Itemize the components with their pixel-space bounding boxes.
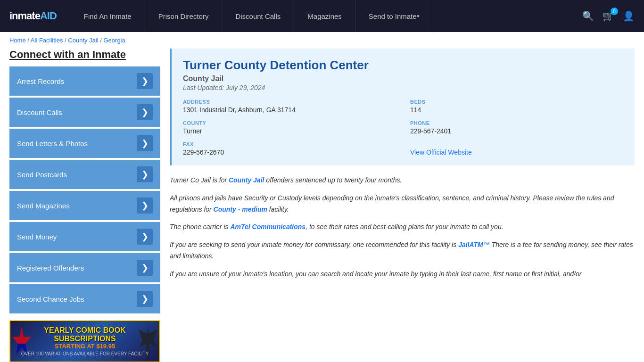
ad-note: OVER 100 VARIATIONS AVAILABLE FOR EVERY …	[21, 351, 149, 356]
description-para3: The phone carrier is AmTel Communication…	[170, 222, 635, 233]
breadcrumb-georgia[interactable]: Georgia	[103, 37, 125, 44]
phone-value: 229-567-2401	[410, 127, 623, 135]
breadcrumb: Home / All Facilities / County Jail / Ge…	[0, 32, 644, 49]
county-label: COUNTY	[183, 120, 396, 126]
facility-type: County Jail	[183, 74, 623, 83]
ad-title: YEARLY COMIC BOOKSUBSCRIPTIONS	[21, 326, 149, 343]
logo-text: inmateAID	[9, 10, 57, 22]
facility-card: Turner County Detention Center County Ja…	[170, 49, 635, 165]
sidebar-send-money[interactable]: Send Money ❯	[9, 222, 160, 251]
address-label: ADDRESS	[183, 99, 396, 105]
breadcrumb-all-facilities[interactable]: All Facilities	[31, 37, 63, 44]
sidebar-send-letters[interactable]: Send Letters & Photos ❯	[9, 129, 160, 158]
arrow-icon: ❯	[137, 291, 153, 307]
sidebar-discount-calls[interactable]: Discount Calls ❯	[9, 98, 160, 127]
sidebar-arrest-records[interactable]: Arrest Records ❯	[9, 66, 160, 96]
header-icons: 🔍 🛒 0 👤	[582, 10, 635, 22]
fax-block: FAX 229-567-2670	[183, 141, 396, 156]
nav-magazines[interactable]: Magazines	[294, 0, 355, 32]
main-layout: Connect with an Inmate Arrest Records ❯ …	[0, 49, 644, 362]
county-block: COUNTY Turner	[183, 120, 396, 135]
search-icon[interactable]: 🔍	[582, 10, 594, 22]
arrow-icon: ❯	[137, 260, 153, 276]
facility-name: Turner County Detention Center	[183, 58, 623, 73]
amtel-link[interactable]: AmTel Communications	[230, 223, 305, 230]
user-icon[interactable]: 👤	[623, 10, 635, 22]
sidebar-second-chance-jobs[interactable]: Second Chance Jobs ❯	[9, 284, 160, 313]
nav-send-to-inmate[interactable]: Send to Inmate	[355, 0, 433, 32]
cart-badge: 0	[611, 8, 618, 15]
sidebar: Connect with an Inmate Arrest Records ❯ …	[9, 49, 160, 362]
website-block: View Official Website	[410, 141, 623, 156]
breadcrumb-home[interactable]: Home	[9, 37, 26, 44]
logo[interactable]: inmateAID	[9, 10, 57, 22]
nav-prison-directory[interactable]: Prison Directory	[145, 0, 223, 32]
ad-price: STARTING AT $19.95	[21, 343, 149, 350]
beds-block: BEDS 114	[410, 99, 623, 114]
beds-value: 114	[410, 106, 623, 114]
sidebar-send-postcards[interactable]: Send Postcards ❯	[9, 160, 160, 189]
website-spacer	[410, 141, 623, 147]
ad-content: YEARLY COMIC BOOKSUBSCRIPTIONS STARTING …	[17, 322, 153, 360]
main-nav: Find An Inmate Prison Directory Discount…	[71, 0, 582, 32]
description-para4: If you are seeking to send your inmate m…	[170, 239, 635, 262]
fax-label: FAX	[183, 141, 396, 147]
ad-banner[interactable]: YEARLY COMIC BOOKSUBSCRIPTIONS STARTING …	[9, 320, 160, 362]
arrow-icon: ❯	[137, 166, 153, 182]
county-medium-link[interactable]: County - medium	[214, 206, 267, 213]
phone-block: PHONE 229-567-2401	[410, 120, 623, 135]
jailatm-link[interactable]: JailATM™	[458, 241, 490, 248]
sidebar-send-magazines[interactable]: Send Magazines ❯	[9, 191, 160, 220]
address-value: 1301 Industrial Dr, Ashburn, GA 31714	[183, 106, 396, 114]
arrow-icon: ❯	[137, 73, 153, 89]
breadcrumb-county-jail[interactable]: County Jail	[68, 37, 98, 44]
phone-label: PHONE	[410, 120, 623, 126]
description-para5: If you are unsure of your inmate's locat…	[170, 269, 635, 280]
arrow-icon: ❯	[137, 197, 153, 214]
info-grid: ADDRESS 1301 Industrial Dr, Ashburn, GA …	[183, 99, 623, 156]
beds-label: BEDS	[410, 99, 623, 105]
header: inmateAID Find An Inmate Prison Director…	[0, 0, 644, 32]
county-value: Turner	[183, 127, 396, 135]
nav-discount-calls[interactable]: Discount Calls	[222, 0, 294, 32]
description-para1: Turner Co Jail is for County Jail offend…	[170, 175, 635, 186]
facility-updated: Last Updated: July 29, 2024	[183, 84, 623, 91]
content-area: Turner County Detention Center County Ja…	[170, 49, 635, 362]
fax-value: 229-567-2670	[183, 148, 396, 156]
nav-find-inmate[interactable]: Find An Inmate	[71, 0, 145, 32]
cart-icon[interactable]: 🛒 0	[603, 10, 614, 22]
description-area: Turner Co Jail is for County Jail offend…	[170, 175, 635, 280]
arrow-icon: ❯	[137, 104, 153, 120]
description-para2: All prisons and jails have Security or C…	[170, 193, 635, 215]
sidebar-title: Connect with an Inmate	[9, 49, 160, 61]
address-block: ADDRESS 1301 Industrial Dr, Ashburn, GA …	[183, 99, 396, 114]
arrow-icon: ❯	[137, 135, 153, 151]
arrow-icon: ❯	[137, 229, 153, 245]
website-link[interactable]: View Official Website	[410, 148, 472, 156]
county-jail-link[interactable]: County Jail	[229, 176, 264, 184]
sidebar-registered-offenders[interactable]: Registered Offenders ❯	[9, 253, 160, 282]
